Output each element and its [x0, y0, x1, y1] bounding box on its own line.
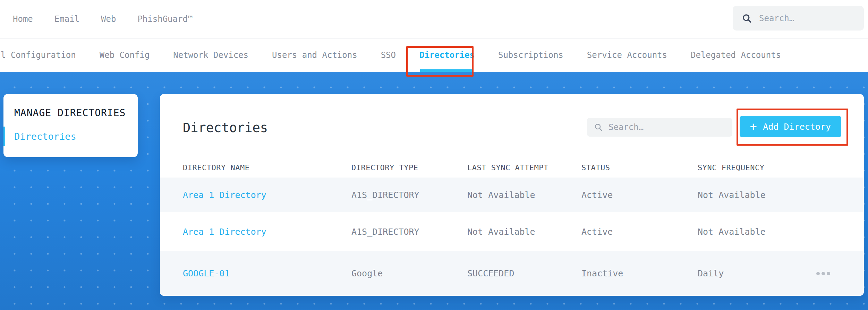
status-cell: Active: [581, 227, 698, 237]
directory-name-link[interactable]: GOOGLE-01: [183, 268, 351, 278]
plus-icon: +: [750, 121, 757, 132]
page-title: Directories: [183, 120, 268, 135]
settings-tab-bar: l Configuration Web Config Network Devic…: [0, 38, 868, 72]
sidebar-item-directories[interactable]: Directories: [3, 127, 138, 146]
manage-directories-card: MANAGE DIRECTORIES Directories: [3, 94, 138, 157]
directory-type-cell: A1S_DIRECTORY: [351, 190, 467, 200]
tab-subscriptions[interactable]: Subscriptions: [498, 38, 563, 72]
directories-table: DIRECTORY NAME DIRECTORY TYPE LAST SYNC …: [160, 158, 864, 296]
table-header-row: DIRECTORY NAME DIRECTORY TYPE LAST SYNC …: [160, 158, 864, 178]
column-header-status: STATUS: [581, 163, 698, 172]
sync-frequency-cell: Not Available: [698, 190, 791, 200]
tab-service-accounts[interactable]: Service Accounts: [587, 38, 667, 72]
sidebar-item-label: Directories: [14, 131, 76, 142]
table-row: GOOGLE-01 Google SUCCEEDED Inactive Dail…: [160, 251, 864, 296]
sync-frequency-cell: Not Available: [698, 227, 791, 237]
tab-network-devices[interactable]: Network Devices: [173, 38, 248, 72]
directories-search[interactable]: [587, 118, 732, 137]
status-cell: Inactive: [581, 268, 698, 278]
tab-sso[interactable]: SSO: [381, 38, 396, 72]
tab-configuration[interactable]: l Configuration: [1, 38, 76, 72]
nav-item-web[interactable]: Web: [101, 14, 116, 24]
column-header-directory-name: DIRECTORY NAME: [183, 163, 351, 172]
last-sync-cell: Not Available: [467, 227, 581, 237]
column-header-directory-type: DIRECTORY TYPE: [351, 163, 467, 172]
row-menu-button[interactable]: [816, 272, 830, 275]
add-directory-label: Add Directory: [763, 122, 831, 132]
ellipsis-icon: [816, 272, 820, 275]
primary-nav: Home Email Web PhishGuard™: [0, 14, 193, 24]
directory-name-link[interactable]: Area 1 Directory: [183, 190, 351, 200]
active-indicator-bar: [3, 127, 5, 146]
search-icon: [594, 123, 603, 132]
status-cell: Active: [581, 190, 698, 200]
tab-delegated-accounts[interactable]: Delegated Accounts: [691, 38, 781, 72]
nav-item-phishguard[interactable]: PhishGuard™: [137, 14, 193, 24]
global-search[interactable]: [733, 6, 864, 31]
top-bar: Home Email Web PhishGuard™: [0, 0, 868, 38]
directory-name-link[interactable]: Area 1 Directory: [183, 227, 351, 237]
column-header-sync-frequency: SYNC FREQUENCY: [698, 163, 791, 172]
nav-item-home[interactable]: Home: [13, 14, 33, 24]
table-row: Area 1 Directory A1S_DIRECTORY Not Avail…: [160, 212, 864, 251]
last-sync-cell: SUCCEEDED: [467, 268, 581, 278]
search-icon: [742, 13, 752, 24]
tab-users-and-actions[interactable]: Users and Actions: [272, 38, 357, 72]
directory-type-cell: A1S_DIRECTORY: [351, 227, 467, 237]
sidebar-title: MANAGE DIRECTORIES: [14, 107, 126, 119]
global-search-input[interactable]: [759, 14, 846, 23]
directories-card: Directories + Add Directory DIRECTORY NA…: [160, 94, 864, 296]
column-header-last-sync-attempt: LAST SYNC ATTEMPT: [467, 163, 581, 172]
sync-frequency-cell: Daily: [698, 268, 791, 278]
directory-type-cell: Google: [351, 268, 467, 278]
tab-web-config[interactable]: Web Config: [100, 38, 150, 72]
last-sync-cell: Not Available: [467, 190, 581, 200]
tab-directories[interactable]: Directories: [419, 38, 475, 72]
table-row: Area 1 Directory A1S_DIRECTORY Not Avail…: [160, 178, 864, 212]
add-directory-button[interactable]: + Add Directory: [740, 116, 841, 137]
nav-item-email[interactable]: Email: [54, 14, 79, 24]
directories-search-input[interactable]: [609, 122, 720, 132]
